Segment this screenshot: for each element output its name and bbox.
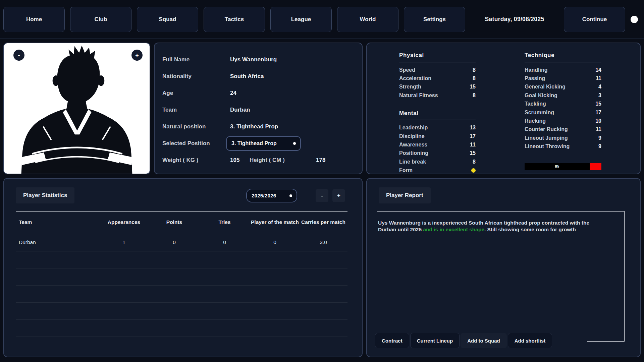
season-next-button[interactable]: + <box>332 189 345 202</box>
continue-button[interactable]: Continue <box>564 7 625 32</box>
attribute-label: Scrumming <box>525 110 554 116</box>
attribute-label: Tackling <box>525 101 546 107</box>
report-action-button[interactable]: Add to Squad <box>461 333 507 348</box>
cell-team: Durban <box>16 239 98 245</box>
physical-section-title: Physical <box>399 52 476 62</box>
position-select[interactable]: 3. Tighthead Prop <box>226 136 301 151</box>
nav-button[interactable]: Squad <box>137 7 198 32</box>
attribute-value: 11 <box>470 142 476 148</box>
info-row: Full Name Uys Wannenburg <box>162 51 354 68</box>
attribute-row: Counter Rucking 11 <box>525 125 601 134</box>
info-row: Team Durban <box>162 102 354 118</box>
portrait-zoom-in-button[interactable]: + <box>131 50 143 61</box>
nav-button[interactable]: World <box>337 7 398 32</box>
attribute-row: Strength 15 <box>399 83 476 91</box>
weight-value: 105 <box>230 157 250 164</box>
info-value: 3. Tighthead Prop <box>230 123 278 130</box>
cell-carries-per-match: 3.0 <box>299 239 347 245</box>
player-portrait-panel: - + <box>3 43 150 174</box>
report-action-buttons: Contract Current Lineup Add to Squad Add… <box>375 333 552 348</box>
attribute-value: 17 <box>470 133 476 139</box>
info-row: Age 24 <box>162 85 354 102</box>
height-value: 178 <box>316 157 325 164</box>
player-silhouette-image <box>4 44 150 174</box>
attribute-value: 17 <box>595 110 601 116</box>
info-label: Age <box>162 90 230 97</box>
nav-button[interactable]: Club <box>70 7 131 32</box>
table-row-empty <box>16 320 347 337</box>
dropdown-indicator-icon <box>289 194 292 197</box>
info-label: Natural position <box>162 123 230 130</box>
cell-tries: 0 <box>199 239 251 245</box>
table-row-empty <box>16 251 347 268</box>
attribute-row: General Kicking 4 <box>525 83 601 91</box>
attribute-row: Handling 14 <box>525 66 601 74</box>
attribute-row: Leadership 13 <box>399 124 476 132</box>
info-value: Uys Wannenburg <box>230 56 277 63</box>
attribute-row: Lineout Throwing 9 <box>525 142 601 151</box>
attribute-row: Scrumming 17 <box>525 108 601 117</box>
attribute-label: Positioning <box>399 150 428 156</box>
attribute-row: Passing 11 <box>525 74 601 82</box>
info-label: Team <box>162 107 230 113</box>
season-select[interactable]: 2025/2026 <box>246 189 297 202</box>
info-value: Durban <box>230 107 250 113</box>
season-previous-button[interactable]: - <box>316 189 328 202</box>
report-action-button[interactable]: Current Lineup <box>410 333 460 348</box>
nav-button[interactable]: Tactics <box>204 7 265 32</box>
status-circle-icon <box>631 16 638 23</box>
condition-bar-red-segment <box>590 163 601 170</box>
attribute-row: Rucking 10 <box>525 117 601 125</box>
report-action-button[interactable]: Add shortlist <box>508 333 552 348</box>
table-row-empty <box>16 286 347 303</box>
attribute-row: Tackling 15 <box>525 100 601 108</box>
attribute-label: Natural Fitness <box>399 93 438 99</box>
attribute-row: Positioning 15 <box>399 149 476 158</box>
column-header: Player of the match <box>251 219 299 225</box>
form-indicator-icon <box>471 168 476 173</box>
attribute-label: Discipline <box>399 133 425 139</box>
info-row: Natural position 3. Tighthead Prop <box>162 118 354 135</box>
attribute-value: 10 <box>595 118 601 124</box>
attribute-label: Line break <box>399 159 426 165</box>
nav-button[interactable]: Home <box>3 7 65 32</box>
attribute-label: Speed <box>399 67 415 73</box>
current-date: Saturday, 09/08/2025 <box>471 16 558 23</box>
condition-bar: 85 <box>525 163 601 170</box>
report-text: Uys Wannenburg is a inexperienced South … <box>378 220 605 233</box>
cell-appearances: 1 <box>98 239 150 245</box>
attribute-value: 8 <box>473 67 476 73</box>
attribute-value: 8 <box>473 159 476 165</box>
attribute-value: 3 <box>598 93 601 99</box>
condition-value: 85 <box>555 164 559 168</box>
attribute-label: Rucking <box>525 118 546 124</box>
column-header: Carries per match <box>299 219 347 225</box>
season-select-value: 2025/2026 <box>252 193 276 199</box>
attribute-label: Lineout Throwing <box>525 143 570 149</box>
report-text-highlight: and is in excellent shape <box>423 227 484 232</box>
info-row: Nationality South Africa <box>162 68 354 85</box>
attribute-label: Goal Kicking <box>525 93 557 99</box>
report-action-button[interactable]: Contract <box>375 333 409 348</box>
column-header: Tries <box>199 219 251 225</box>
attribute-value: 13 <box>470 125 476 131</box>
attributes-panel: Physical Speed 8 Acceleration 8 Strength… <box>366 43 641 174</box>
nav-button[interactable]: Settings <box>404 7 465 32</box>
attribute-value: 15 <box>470 84 476 90</box>
info-value: 24 <box>230 90 236 97</box>
attribute-label: Passing <box>525 75 545 81</box>
attribute-value: 4 <box>598 84 601 90</box>
portrait-zoom-out-button[interactable]: - <box>13 50 24 61</box>
attribute-label: Lineout Jumping <box>525 135 568 141</box>
attribute-row-form: Form <box>399 166 476 175</box>
attribute-value: 11 <box>596 126 601 132</box>
info-row-body-measurements: Weight ( KG ) 105 Height ( CM ) 178 <box>162 152 354 169</box>
nav-button[interactable]: League <box>270 7 332 32</box>
form-label: Form <box>399 167 413 173</box>
report-title: Player Report <box>379 187 431 203</box>
attributes-column-right: Technique Handling 14 Passing 11 General… <box>525 52 601 170</box>
attribute-value: 8 <box>473 75 476 81</box>
player-report-panel: Player Report Uys Wannenburg is a inexpe… <box>366 178 641 357</box>
attribute-label: Acceleration <box>399 75 431 81</box>
info-row-selected-position: Selected Position 3. Tighthead Prop <box>162 135 354 152</box>
